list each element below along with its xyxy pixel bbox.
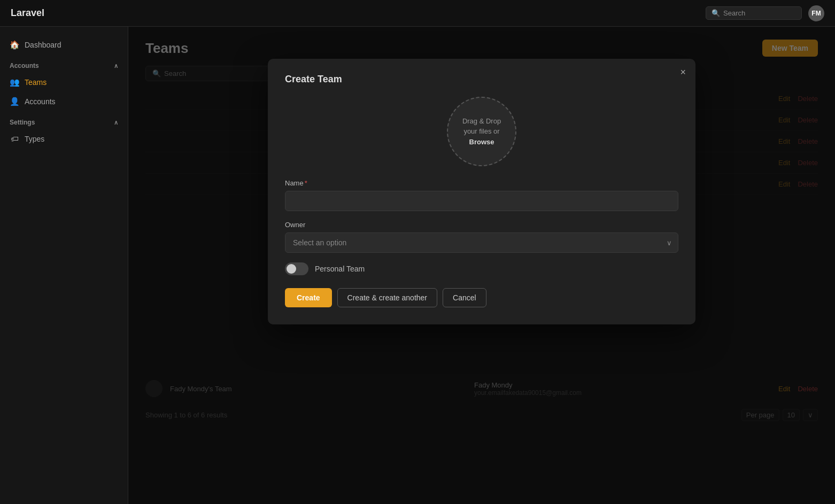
sidebar-item-types[interactable]: 🏷 Types bbox=[0, 129, 128, 148]
main-content: Teams New Team 🔍 Search ⧉ ⋮⋮ Edit Delete bbox=[128, 27, 835, 504]
file-dropzone[interactable]: Drag & Drop your files or Browse bbox=[285, 97, 678, 166]
sidebar-item-label: Dashboard bbox=[25, 41, 61, 49]
sidebar: 🏠 Dashboard Accounts ∧ 👥 Teams 👤 Account… bbox=[0, 27, 128, 504]
dropzone-line2: your files or bbox=[463, 126, 499, 137]
create-team-modal: × Create Team Drag & Drop your files or … bbox=[268, 59, 695, 324]
topbar: Laravel 🔍 Search FM bbox=[0, 0, 835, 27]
create-another-button[interactable]: Create & create another bbox=[337, 288, 437, 307]
avatar[interactable]: FM bbox=[808, 5, 824, 21]
owner-field-group: Owner Select an option ∨ bbox=[285, 221, 678, 253]
app-logo: Laravel bbox=[11, 7, 44, 19]
types-icon: 🏷 bbox=[10, 134, 19, 143]
personal-team-label: Personal Team bbox=[315, 265, 365, 273]
name-field-group: Name* bbox=[285, 179, 678, 211]
section-label: Accounts bbox=[10, 62, 39, 69]
modal-close-button[interactable]: × bbox=[680, 67, 686, 77]
teams-icon: 👥 bbox=[10, 77, 19, 87]
chevron-up-icon: ∧ bbox=[114, 63, 118, 69]
topbar-right: 🔍 Search FM bbox=[706, 5, 824, 21]
owner-label: Owner bbox=[285, 221, 678, 229]
sidebar-item-label: Types bbox=[25, 135, 44, 143]
home-icon: 🏠 bbox=[10, 40, 19, 50]
toggle-knob bbox=[287, 264, 296, 274]
cancel-button[interactable]: Cancel bbox=[443, 288, 486, 307]
sidebar-item-teams[interactable]: 👥 Teams bbox=[0, 73, 128, 92]
layout: 🏠 Dashboard Accounts ∧ 👥 Teams 👤 Account… bbox=[0, 27, 835, 504]
section-label: Settings bbox=[10, 119, 35, 126]
search-placeholder: Search bbox=[723, 9, 745, 17]
dropzone-browse: Browse bbox=[469, 137, 494, 148]
modal-title: Create Team bbox=[285, 74, 678, 85]
topbar-search[interactable]: 🔍 Search bbox=[706, 6, 802, 20]
modal-overlay: × Create Team Drag & Drop your files or … bbox=[128, 27, 835, 504]
sidebar-item-label: Accounts bbox=[25, 97, 56, 106]
dropzone-line1: Drag & Drop bbox=[462, 116, 501, 127]
sidebar-section-settings[interactable]: Settings ∧ bbox=[0, 111, 128, 129]
sidebar-section-accounts[interactable]: Accounts ∧ bbox=[0, 55, 128, 73]
name-label: Name* bbox=[285, 179, 678, 187]
personal-team-toggle[interactable] bbox=[285, 262, 308, 275]
search-icon: 🔍 bbox=[712, 9, 720, 17]
dropzone-circle[interactable]: Drag & Drop your files or Browse bbox=[447, 97, 516, 166]
modal-actions: Create Create & create another Cancel bbox=[285, 288, 678, 307]
sidebar-item-label: Teams bbox=[25, 78, 47, 87]
personal-team-toggle-row: Personal Team bbox=[285, 262, 678, 275]
name-input[interactable] bbox=[285, 191, 678, 211]
sidebar-item-accounts[interactable]: 👤 Accounts bbox=[0, 92, 128, 111]
chevron-up-icon: ∧ bbox=[114, 119, 118, 126]
owner-select-wrapper[interactable]: Select an option ∨ bbox=[285, 232, 678, 253]
create-button[interactable]: Create bbox=[285, 288, 332, 307]
accounts-icon: 👤 bbox=[10, 97, 19, 106]
owner-select[interactable]: Select an option bbox=[285, 232, 678, 253]
sidebar-item-dashboard[interactable]: 🏠 Dashboard bbox=[0, 35, 128, 55]
